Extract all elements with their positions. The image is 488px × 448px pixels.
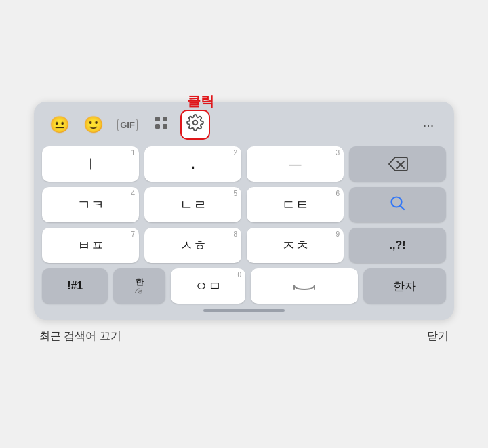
gear-icon bbox=[186, 114, 204, 136]
key-gk[interactable]: 4 ㄱㅋ bbox=[42, 187, 139, 222]
lang-switch-key[interactable]: 한 ⁄영 bbox=[113, 268, 165, 304]
svg-line-7 bbox=[400, 205, 404, 209]
delete-icon bbox=[388, 157, 408, 171]
number-symbol-key[interactable]: !#1 bbox=[42, 268, 108, 304]
hanja-key[interactable]: 한자 bbox=[363, 268, 446, 304]
scroll-indicator bbox=[42, 309, 446, 312]
symbols-key[interactable]: .,?! bbox=[349, 228, 446, 263]
click-label: 클릭 bbox=[187, 92, 214, 110]
grid-icon bbox=[153, 115, 169, 135]
key-row-4: !#1 한 ⁄영 0 ㅇㅁ bbox=[42, 268, 446, 304]
svg-rect-3 bbox=[163, 124, 167, 129]
toolbar: 😐 🙂 GIF 클릭 bbox=[42, 110, 446, 140]
emoji1-button[interactable]: 😐 bbox=[45, 110, 75, 140]
key-period[interactable]: 2 . bbox=[144, 146, 241, 182]
key-bp[interactable]: 7 ㅂㅍ bbox=[42, 228, 139, 263]
emoji1-icon: 😐 bbox=[49, 115, 70, 134]
keyboard-container: 😐 🙂 GIF 클릭 bbox=[34, 102, 454, 346]
search-icon bbox=[389, 195, 407, 216]
key-row-2: 4 ㄱㅋ 5 ㄴㄹ 6 ㄷㅌ bbox=[42, 187, 446, 222]
key-sh[interactable]: 8 ㅅㅎ bbox=[144, 228, 241, 263]
more-button[interactable]: ··· bbox=[413, 110, 443, 140]
key-dt[interactable]: 6 ㄷㅌ bbox=[247, 187, 344, 222]
key-vertical-bar[interactable]: 1 ㅣ bbox=[42, 146, 139, 182]
key-jc[interactable]: 9 ㅈㅊ bbox=[247, 228, 344, 263]
svg-rect-0 bbox=[155, 117, 160, 121]
key-om[interactable]: 0 ㅇㅁ bbox=[171, 268, 245, 304]
more-icon: ··· bbox=[423, 117, 434, 133]
emoji2-icon: 🙂 bbox=[83, 115, 104, 134]
grid-button[interactable] bbox=[146, 110, 176, 140]
key-nr[interactable]: 5 ㄴㄹ bbox=[144, 187, 241, 222]
key-row-3: 7 ㅂㅍ 8 ㅅㅎ 9 ㅈㅊ .,?! bbox=[42, 228, 446, 263]
gif-icon: GIF bbox=[117, 119, 138, 131]
search-key[interactable] bbox=[349, 187, 446, 222]
close-button[interactable]: 닫기 bbox=[427, 329, 449, 344]
space-key[interactable] bbox=[251, 268, 358, 304]
scroll-bar bbox=[203, 309, 285, 312]
keyboard-grid: 1 ㅣ 2 . 3 — bbox=[42, 146, 446, 304]
gif-button[interactable]: GIF bbox=[113, 110, 142, 140]
key-row-1: 1 ㅣ 2 . 3 — bbox=[42, 146, 446, 182]
key-dash[interactable]: 3 — bbox=[247, 146, 344, 182]
keyboard-panel: 😐 🙂 GIF 클릭 bbox=[34, 102, 454, 320]
emoji2-button[interactable]: 🙂 bbox=[79, 110, 108, 140]
space-icon bbox=[293, 279, 316, 294]
delete-key[interactable] bbox=[349, 146, 446, 182]
recent-search-toggle[interactable]: 최근 검색어 끄기 bbox=[39, 329, 121, 344]
settings-button[interactable]: 클릭 bbox=[180, 110, 210, 140]
svg-rect-1 bbox=[163, 117, 167, 121]
bottom-bar: 최근 검색어 끄기 닫기 bbox=[34, 320, 454, 346]
svg-rect-2 bbox=[155, 124, 160, 129]
